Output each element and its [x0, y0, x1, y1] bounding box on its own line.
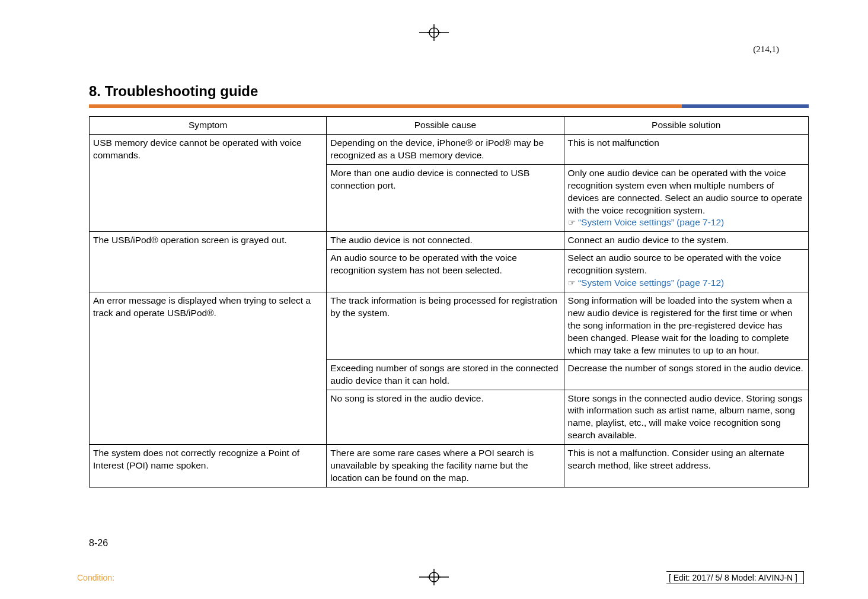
link-text: “System Voice settings” (page 7-12): [578, 217, 724, 227]
cell-cause: Depending on the device, iPhone® or iPod…: [327, 134, 564, 164]
header-cause: Possible cause: [327, 117, 564, 135]
pointer-icon: ☞: [568, 217, 576, 228]
table-row: An error message is displayed when tryin…: [90, 292, 809, 360]
cell-solution: Song information will be loaded into the…: [564, 292, 808, 360]
link-text: “System Voice settings” (page 7-12): [578, 278, 724, 288]
pointer-icon: ☞: [568, 278, 576, 289]
cell-symptom: USB memory device cannot be operated wit…: [90, 134, 327, 231]
cell-cause: The track information is being processed…: [327, 292, 564, 360]
title-underline: [89, 104, 809, 108]
cell-cause: An audio source to be operated with the …: [327, 250, 564, 292]
cell-symptom: The USB/iPod® operation screen is grayed…: [90, 232, 327, 292]
troubleshooting-table: Symptom Possible cause Possible solution…: [89, 116, 809, 488]
cell-cause: Exceeding number of songs are stored in …: [327, 359, 564, 390]
cell-symptom: The system does not correctly recognize …: [90, 445, 327, 488]
cell-solution: Only one audio device can be operated wi…: [564, 164, 808, 232]
cell-solution: Connect an audio device to the system.: [564, 232, 808, 250]
cell-solution: Decrease the number of songs stored in t…: [564, 359, 808, 390]
header-symptom: Symptom: [90, 117, 327, 135]
table-row: USB memory device cannot be operated wit…: [90, 134, 809, 164]
table-row: The USB/iPod® operation screen is grayed…: [90, 232, 809, 250]
table-row: The system does not correctly recognize …: [90, 445, 809, 488]
cell-solution: This is not a malfunction. Consider usin…: [564, 445, 808, 488]
cell-cause: There are some rare cases where a POI se…: [327, 445, 564, 488]
table-header-row: Symptom Possible cause Possible solution: [90, 117, 809, 135]
section-title: 8. Troubleshooting guide: [89, 83, 809, 100]
edit-info: [ Edit: 2017/ 5/ 8 Model: AIVINJ-N ]: [666, 571, 804, 584]
page-number: 8-26: [89, 538, 108, 549]
cell-symptom: An error message is displayed when tryin…: [90, 292, 327, 445]
cell-cause: No song is stored in the audio device.: [327, 390, 564, 445]
header-solution: Possible solution: [564, 117, 808, 135]
condition-label: Condition:: [77, 573, 114, 582]
cell-solution: Select an audio source to be operated wi…: [564, 250, 808, 292]
crop-mark-bottom: [419, 565, 449, 593]
cell-cause: The audio device is not connected.: [327, 232, 564, 250]
crop-mark-top: [419, 21, 449, 49]
cell-solution: This is not malfunction: [564, 134, 808, 164]
page-ref-top: (214,1): [753, 44, 779, 55]
cell-solution: Store songs in the connected audio devic…: [564, 390, 808, 445]
cell-cause: More than one audio device is connected …: [327, 164, 564, 232]
